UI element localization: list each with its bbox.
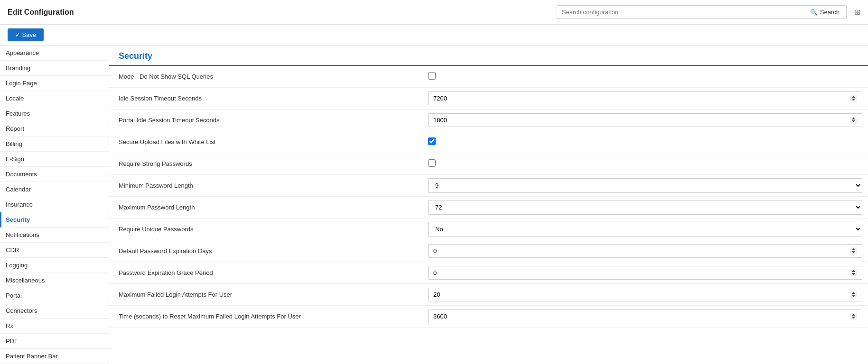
config-label-time-to-reset-failed-login: Time (seconds) to Reset Maximum Failed L… bbox=[109, 308, 422, 325]
config-row-password-expiration-grace-period: Password Expiration Grace Period bbox=[109, 262, 868, 284]
config-row-idle-session-timeout: Idle Session Timeout Seconds bbox=[109, 88, 868, 109]
config-value-default-password-expiration-days bbox=[422, 241, 868, 261]
sidebar-item-insurance[interactable]: Insurance bbox=[0, 197, 109, 212]
config-row-time-to-reset-failed-login: Time (seconds) to Reset Maximum Failed L… bbox=[109, 306, 868, 328]
toolbar: ✓ Save bbox=[0, 25, 868, 46]
config-row-max-password-length: Maximum Password Length3240506472100128 bbox=[109, 197, 868, 218]
config-label-min-password-length: Minimum Password Length bbox=[109, 177, 422, 194]
select-max-password-length[interactable]: 3240506472100128 bbox=[428, 200, 862, 215]
config-label-portal-idle-session-timeout: Portal Idle Session Timeout Seconds bbox=[109, 112, 422, 128]
config-value-max-failed-login-attempts bbox=[422, 285, 868, 304]
sidebar-item-pdf[interactable]: PDF bbox=[0, 334, 109, 349]
sidebar-item-login-page[interactable]: Login Page bbox=[0, 76, 109, 91]
sidebar-item-appearance[interactable]: Appearance bbox=[0, 46, 109, 61]
config-value-max-password-length: 3240506472100128 bbox=[422, 197, 868, 218]
select-min-password-length[interactable]: 67891011121620 bbox=[428, 178, 862, 193]
config-value-idle-session-timeout bbox=[422, 89, 868, 108]
sidebar-item-branding[interactable]: Branding bbox=[0, 61, 109, 76]
sidebar-item-security[interactable]: Security bbox=[0, 212, 109, 228]
search-bar: 🔍 Search bbox=[557, 5, 847, 19]
input-default-password-expiration-days[interactable] bbox=[428, 244, 862, 258]
config-value-require-unique-passwords: NoYes bbox=[422, 219, 868, 239]
config-label-require-strong-passwords: Require Strong Passwords bbox=[109, 155, 422, 172]
config-label-require-unique-passwords: Require Unique Passwords bbox=[109, 221, 422, 237]
config-value-portal-idle-session-timeout bbox=[422, 110, 868, 130]
section-header: Security bbox=[109, 46, 868, 66]
config-value-min-password-length: 67891011121620 bbox=[422, 175, 868, 196]
sidebar-item-logging[interactable]: Logging bbox=[0, 258, 109, 273]
sidebar-item-miscellaneous[interactable]: Miscellaneous bbox=[0, 273, 109, 288]
search-icon: 🔍 bbox=[810, 9, 818, 16]
config-label-password-expiration-grace-period: Password Expiration Grace Period bbox=[109, 264, 422, 281]
search-button[interactable]: 🔍 Search bbox=[803, 5, 847, 19]
sidebar-item-e-sign[interactable]: E-Sign bbox=[0, 152, 109, 167]
sidebar-item-portal[interactable]: Portal bbox=[0, 288, 109, 303]
config-row-portal-idle-session-timeout: Portal Idle Session Timeout Seconds bbox=[109, 109, 868, 131]
sidebar-item-notifications[interactable]: Notifications bbox=[0, 228, 109, 243]
sidebar-item-report[interactable]: Report bbox=[0, 121, 109, 136]
config-value-time-to-reset-failed-login bbox=[422, 307, 868, 326]
checkbox-secure-upload-whitelist[interactable] bbox=[428, 137, 436, 145]
checkbox-require-strong-passwords[interactable] bbox=[428, 159, 436, 167]
sidebar-item-patient-banner-bar[interactable]: Patient Banner Bar bbox=[0, 349, 109, 364]
config-row-require-strong-passwords: Require Strong Passwords bbox=[109, 153, 868, 175]
config-value-secure-upload-whitelist bbox=[422, 135, 868, 149]
config-value-require-strong-passwords bbox=[422, 156, 868, 171]
config-label-max-failed-login-attempts: Maximum Failed Login Attempts For User bbox=[109, 286, 422, 303]
config-row-mode-do-not-show-sql: Mode - Do Not Show SQL Queries bbox=[109, 66, 868, 88]
sidebar-item-billing[interactable]: Billing bbox=[0, 136, 109, 152]
config-row-secure-upload-whitelist: Secure Upload Files with White List bbox=[109, 131, 868, 153]
config-value-mode-do-not-show-sql bbox=[422, 69, 868, 84]
sidebar-item-calendar[interactable]: Calendar bbox=[0, 182, 109, 197]
config-row-max-failed-login-attempts: Maximum Failed Login Attempts For User bbox=[109, 284, 868, 306]
config-label-secure-upload-whitelist: Secure Upload Files with White List bbox=[109, 134, 422, 150]
config-fields: Mode - Do Not Show SQL QueriesIdle Sessi… bbox=[109, 66, 868, 328]
config-row-min-password-length: Minimum Password Length67891011121620 bbox=[109, 175, 868, 197]
sidebar-item-features[interactable]: Features bbox=[0, 106, 109, 121]
sidebar-item-connectors[interactable]: Connectors bbox=[0, 303, 109, 318]
input-time-to-reset-failed-login[interactable] bbox=[428, 309, 862, 323]
config-row-default-password-expiration-days: Default Password Expiration Days bbox=[109, 240, 868, 262]
input-portal-idle-session-timeout[interactable] bbox=[428, 113, 862, 127]
search-input[interactable] bbox=[557, 5, 803, 19]
header-left: Edit Configuration bbox=[8, 8, 74, 17]
input-idle-session-timeout[interactable] bbox=[428, 91, 862, 105]
expand-icon[interactable]: ⊞ bbox=[854, 8, 860, 17]
input-max-failed-login-attempts[interactable] bbox=[428, 288, 862, 301]
sidebar-item-locale[interactable]: Locale bbox=[0, 91, 109, 106]
input-password-expiration-grace-period[interactable] bbox=[428, 266, 862, 280]
section-title: Security bbox=[119, 51, 152, 61]
content: Security Mode - Do Not Show SQL QueriesI… bbox=[109, 46, 868, 364]
checkbox-mode-do-not-show-sql[interactable] bbox=[428, 72, 436, 80]
page-title: Edit Configuration bbox=[8, 8, 74, 17]
save-button[interactable]: ✓ Save bbox=[8, 28, 44, 41]
config-label-mode-do-not-show-sql: Mode - Do Not Show SQL Queries bbox=[109, 68, 422, 85]
config-label-idle-session-timeout: Idle Session Timeout Seconds bbox=[109, 90, 422, 107]
search-button-label: Search bbox=[820, 9, 840, 16]
select-require-unique-passwords[interactable]: NoYes bbox=[428, 222, 862, 237]
config-value-password-expiration-grace-period bbox=[422, 263, 868, 282]
sidebar-item-rx[interactable]: Rx bbox=[0, 318, 109, 334]
sidebar: AppearanceBrandingLogin PageLocaleFeatur… bbox=[0, 46, 109, 364]
sidebar-item-documents[interactable]: Documents bbox=[0, 167, 109, 182]
config-row-require-unique-passwords: Require Unique PasswordsNoYes bbox=[109, 218, 868, 240]
config-label-max-password-length: Maximum Password Length bbox=[109, 199, 422, 216]
sidebar-item-cdr[interactable]: CDR bbox=[0, 243, 109, 258]
config-label-default-password-expiration-days: Default Password Expiration Days bbox=[109, 243, 422, 259]
main-layout: AppearanceBrandingLogin PageLocaleFeatur… bbox=[0, 46, 868, 364]
header: Edit Configuration 🔍 Search ⊞ bbox=[0, 0, 868, 25]
